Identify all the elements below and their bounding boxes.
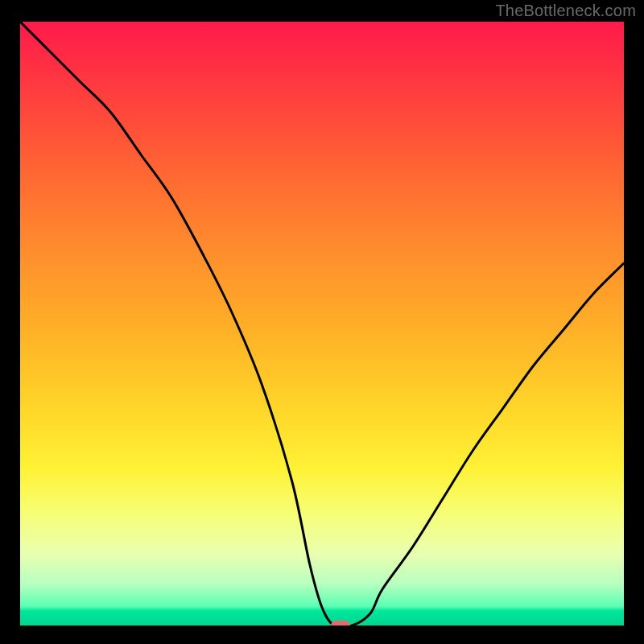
watermark-text: TheBottleneck.com	[495, 2, 636, 20]
bottleneck-curve	[20, 22, 624, 625]
min-marker	[331, 621, 350, 625]
chart-plot-area	[20, 22, 624, 625]
stage: TheBottleneck.com	[0, 0, 644, 644]
